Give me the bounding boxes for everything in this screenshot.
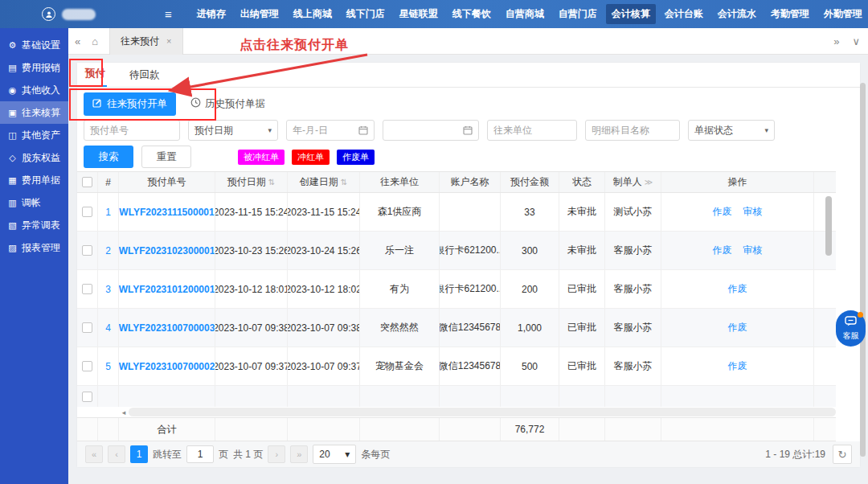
header-cell[interactable]: 预付单号 [119,172,215,192]
topbar-menu-item[interactable]: 线下餐饮 [447,4,497,24]
creator-cell: 客服小苏 [605,232,661,269]
row-index-link[interactable]: 5 [105,361,111,372]
scroll-left-arrow-icon[interactable]: ◂ [119,408,129,416]
customer-service-button[interactable]: 客服 [836,310,866,347]
search-button[interactable]: 搜索 [84,146,133,168]
order-no-link[interactable]: WLYF2023100700002 [119,361,215,372]
current-page-button[interactable]: 1 [130,445,148,463]
header-cell[interactable]: 状态 [559,172,605,192]
order-no-link[interactable]: WLYF2023102300001 [119,245,215,256]
header-cell[interactable]: 操作 [661,172,814,192]
sidebar-item[interactable]: ◫其他资产 [0,124,68,146]
page-size-select[interactable]: 20 ▾ [313,445,356,464]
collapse-sidebar-icon[interactable]: « [75,35,80,47]
select-all-checkbox[interactable] [82,177,92,187]
sidebar-item[interactable]: ◉其他收入 [0,79,68,101]
history-prepay-orders-button[interactable]: 历史预付单据 [190,97,265,111]
document-tab-current-prepay[interactable]: 往来预付 × [109,28,182,55]
header-cell[interactable]: 账户名称 [440,172,501,192]
row-index-link[interactable]: 2 [105,245,111,256]
void-link[interactable]: 作废 [728,321,747,334]
tab-pending-collection[interactable]: 待回款 [128,64,162,87]
header-cell[interactable]: 往来单位 [360,172,440,192]
sidebar-item[interactable]: ◇股东权益 [0,146,68,169]
row-checkbox[interactable] [82,284,92,294]
row-checkbox[interactable] [82,322,92,333]
void-link[interactable]: 作废 [713,244,732,257]
user-avatar-icon[interactable] [42,7,55,21]
refresh-icon[interactable]: ↻ [833,445,852,464]
row-index-link[interactable]: 3 [105,284,111,295]
last-page-button[interactable]: » [290,445,308,463]
sidebar-item[interactable]: ⚙基础设置 [0,34,68,56]
order-no-link[interactable]: WLYF2023111500001 [119,207,214,218]
hamburger-menu-icon[interactable]: ≡ [165,7,172,21]
goto-page-input[interactable] [186,445,214,463]
sidebar-item-label: 费用单据 [22,174,60,187]
table-vertical-scrollbar[interactable] [825,196,832,256]
unit-cell: 乐一注 [360,232,440,269]
unit-input[interactable]: 往来单位 [487,120,577,141]
order-no-link[interactable]: WLYF2023101200001 [119,284,215,295]
sidebar-item[interactable]: ▧异常调表 [0,214,68,236]
sidebar-item[interactable]: ▨报表管理 [0,236,68,259]
header-cell[interactable]: 预付金额 [501,172,559,192]
first-page-button[interactable]: « [85,445,103,463]
next-page-button[interactable]: › [268,445,285,463]
header-cell[interactable]: # [98,172,119,192]
void-link[interactable]: 作废 [728,282,747,296]
row-checkbox[interactable] [82,207,92,217]
tab-overflow-icon[interactable]: » [833,35,839,47]
topbar-menu-item[interactable]: 星链联盟 [394,4,444,24]
row-index-cell: 2 [98,232,119,269]
topbar-menu-item[interactable]: 会计流水 [712,4,762,24]
order-no-link[interactable]: WLYF2023100700003 [119,322,215,334]
topbar-menu-item[interactable]: 线下门店 [341,4,391,24]
topbar-menu-item[interactable]: 会计台账 [659,4,709,24]
approve-link[interactable]: 审核 [743,205,763,219]
topbar-menu-item[interactable]: 会计核算 [606,4,656,24]
topbar-menu-item[interactable]: 自营门店 [553,4,603,24]
prev-page-button[interactable]: ‹ [108,445,125,463]
topbar-menu-item[interactable]: 考勤管理 [765,4,815,24]
topbar-menu-item[interactable]: 出纳管理 [235,4,285,24]
close-icon[interactable]: × [166,36,171,46]
expense-claim-icon: ▤ [7,63,18,73]
row-index-link[interactable]: 4 [105,322,111,334]
header-cell[interactable]: 预付日期⇅ [215,172,288,192]
column-settings-icon[interactable]: ≫ [645,178,653,187]
date-to-input[interactable] [383,120,479,141]
page-vertical-scrollbar[interactable] [860,83,866,457]
sidebar-item[interactable]: ▦费用单据 [0,169,68,191]
tab-actions-dropdown-icon[interactable]: ∨ [852,35,860,47]
reset-button[interactable]: 重置 [141,146,191,168]
sidebar-item[interactable]: ▣往来核算 [0,101,68,124]
sidebar-item[interactable]: ▥调帐 [0,191,68,214]
topbar-menu-item[interactable]: 外勤管理 [818,4,868,24]
void-link[interactable]: 作废 [728,359,747,373]
date-type-select[interactable]: 预付日期 ▾ [188,120,278,141]
status-select[interactable]: 单据状态 ▾ [688,120,775,141]
approve-link[interactable]: 审核 [743,244,763,257]
home-icon[interactable]: ⌂ [92,35,98,47]
row-checkbox[interactable] [82,392,92,402]
create-prepay-order-button[interactable]: 往来预付开单 [84,92,176,116]
topbar-menu-item[interactable]: 进销存 [191,4,231,24]
order-no-input[interactable]: 预付单号 [84,120,180,141]
topbar-menu-item[interactable]: 线上商城 [288,4,338,24]
horizontal-scrollbar[interactable] [129,408,836,416]
row-checkbox[interactable] [82,361,92,371]
topbar-menu-item[interactable]: 自营商城 [500,4,550,24]
sort-icon[interactable]: ⇅ [268,178,275,187]
header-cell[interactable]: 制单人≫ [605,172,661,192]
row-index-link[interactable]: 1 [105,207,111,218]
clock-icon [190,97,201,110]
subject-name-input[interactable]: 明细科目名称 [585,120,680,141]
header-cell[interactable]: 创建日期⇅ [288,172,360,192]
sidebar-item[interactable]: ▤费用报销 [0,56,68,79]
tab-prepay[interactable]: 预付 [84,62,107,87]
void-link[interactable]: 作废 [713,205,732,219]
row-checkbox[interactable] [82,245,92,256]
sort-icon[interactable]: ⇅ [341,178,347,187]
date-from-input[interactable]: 年-月-日 [286,120,375,141]
